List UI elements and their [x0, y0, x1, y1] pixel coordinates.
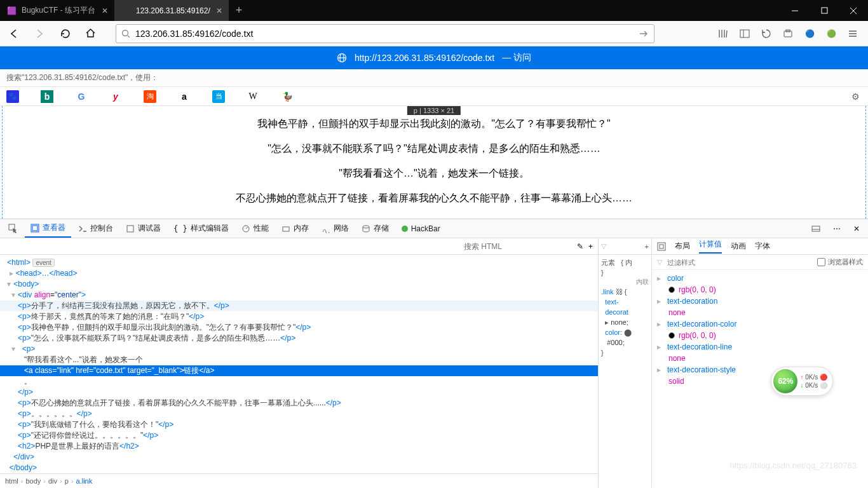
svg-rect-22 [283, 227, 289, 231]
tab-label: 123.206.31.85:49162/ [136, 6, 210, 15]
back-button[interactable] [4, 24, 24, 44]
engine-duckduckgo[interactable]: 🦆 [281, 90, 294, 103]
toolbar-right: 🔵 🟢 [717, 27, 864, 40]
tab-computed[interactable]: 计算值 [699, 239, 722, 254]
filter-icon[interactable]: ▽ [601, 242, 606, 250]
svg-rect-26 [658, 243, 665, 250]
engine-wikipedia[interactable]: W [247, 90, 259, 103]
devtools-close-button[interactable]: ✕ [848, 219, 865, 238]
svg-point-4 [123, 30, 128, 36]
sidebar-icon[interactable] [738, 27, 751, 40]
story-p3: "帮我看看这个…"说着，她发来一个链接。 [3, 167, 865, 180]
visit-url: http://123.206.31.85:49162/code.txt [355, 53, 494, 63]
add-rule-icon[interactable]: + [645, 243, 649, 250]
engine-amazon[interactable]: a [178, 90, 191, 103]
tab-hackbar[interactable]: HackBar [396, 219, 446, 238]
speed-rates: ↑ 0K/s 🔴 ↓ 0K/s ⚪ [800, 373, 827, 390]
html-tree[interactable]: <html> event ▸<head>…</head> ▾<body> ▾<d… [0, 255, 598, 473]
rules-pane: ▽ + 元素 { 内 } 内联 .link ⛓ { text- decorat … [599, 238, 652, 487]
engine-baidu[interactable]: 🐾 [6, 90, 19, 103]
html-pane: ✎ + <html> event ▸<head>…</head> ▾<body>… [0, 238, 599, 487]
tab-memory[interactable]: 内存 [276, 219, 315, 238]
tab-fonts[interactable]: 字体 [755, 241, 770, 252]
filter-input[interactable] [667, 259, 812, 266]
devtools: 查看器 控制台 调试器 { }样式编辑器 性能 内存 网络 存储 HackBar… [0, 219, 868, 487]
minimize-button[interactable] [780, 0, 810, 21]
browser-styles-checkbox[interactable]: 浏览器样式 [817, 257, 863, 267]
story-p2: "怎么，没事就不能联系了吗？"结尾处调皮表情，是多么的陌生和熟悉…… [3, 142, 865, 156]
svg-rect-1 [822, 8, 827, 13]
browser-tabs: 🟪 BugkuCTF - 练习平台 ✕ 123.206.31.85:49162/… [0, 0, 780, 21]
visit-action: — 访问 [502, 52, 531, 64]
globe-icon [337, 53, 347, 63]
computed-properties[interactable]: ▸color rgb(0, 0, 0) ▸text-decoration non… [652, 270, 868, 487]
menu-icon[interactable] [846, 27, 859, 40]
window-controls [780, 0, 868, 21]
tab-label: BugkuCTF - 练习平台 [22, 5, 95, 16]
computed-filter-row: ▽ 浏览器样式 [652, 255, 868, 270]
devtools-more-button[interactable]: ⋯ [827, 219, 846, 238]
computed-tabs: 布局 计算值 动画 字体 [652, 238, 868, 255]
search-engines-row: 🐾 b G y 淘 a 当 W 🦆 ⚙ [0, 87, 868, 106]
go-arrow-icon[interactable] [639, 29, 649, 39]
tab-storage[interactable]: 存储 [356, 219, 395, 238]
tab-console[interactable]: 控制台 [72, 219, 119, 238]
svg-line-21 [246, 227, 248, 229]
engine-yahoo[interactable]: y [109, 90, 122, 103]
edit-html-icon[interactable]: ✎ [577, 242, 583, 251]
url-input[interactable] [135, 29, 634, 39]
page-content: p | 1333 × 21 我神色平静，但颤抖的双手却显示出我此刻的激动。"怎么… [2, 106, 866, 219]
close-icon[interactable]: ✕ [102, 6, 108, 15]
home-button[interactable] [80, 24, 100, 44]
close-window-button[interactable] [839, 0, 868, 21]
toolbar: 🔵 🟢 [0, 21, 868, 46]
green-dot-icon[interactable]: 🟢 [825, 27, 837, 40]
tab-inspector[interactable]: 查看器 [25, 219, 71, 238]
html-search-input[interactable] [464, 242, 572, 251]
filter-icon: ▽ [657, 258, 662, 266]
add-node-icon[interactable]: + [588, 242, 593, 251]
new-tab-button[interactable]: + [229, 0, 249, 21]
tab-animations[interactable]: 动画 [731, 241, 746, 252]
story-p4: 不忍心拂她的意就点开了链接，看着屏幕我的心久久不能平静，往事一幕幕涌上心头…… [3, 192, 865, 205]
reload-button[interactable] [55, 24, 75, 44]
svg-point-23 [363, 226, 369, 228]
percentage-gauge: 62% [773, 369, 797, 393]
tab-network[interactable]: 网络 [316, 219, 355, 238]
tab-current[interactable]: 123.206.31.85:49162/ ✕ [114, 0, 229, 21]
breadcrumb[interactable]: html› body› div› p› a.link [0, 473, 598, 487]
close-icon[interactable]: ✕ [216, 6, 222, 15]
url-bar[interactable] [116, 24, 654, 43]
forward-button[interactable] [29, 24, 50, 44]
box-model-icon[interactable] [657, 242, 666, 251]
svg-rect-18 [32, 226, 37, 231]
profile-icon[interactable]: 🔵 [803, 27, 816, 40]
tab-style-editor[interactable]: { }样式编辑器 [168, 219, 234, 238]
svg-line-5 [128, 36, 130, 37]
visit-suggestion-bar[interactable]: http://123.206.31.85:49162/code.txt — 访问 [0, 46, 868, 69]
engine-dangdang[interactable]: 当 [212, 90, 225, 103]
devtools-tabs: 查看器 控制台 调试器 { }样式编辑器 性能 内存 网络 存储 HackBar… [0, 219, 868, 238]
tab-debugger[interactable]: 调试器 [120, 219, 166, 238]
screenshot-icon[interactable] [782, 27, 794, 40]
engine-google[interactable]: G [75, 90, 88, 103]
network-monitor-widget[interactable]: 62% ↑ 0K/s 🔴 ↓ 0K/s ⚪ [771, 367, 833, 396]
engine-bing[interactable]: b [41, 90, 53, 103]
svg-rect-19 [127, 226, 133, 232]
tab-layout[interactable]: 布局 [675, 241, 690, 252]
pick-element-button[interactable] [3, 219, 24, 238]
svg-rect-27 [660, 245, 663, 248]
element-dimensions-badge: p | 1333 × 21 [407, 106, 461, 115]
history-icon[interactable] [760, 27, 773, 40]
search-with-text: 搜索"123.206.31.85:49162/code.txt"，使用： [6, 72, 158, 83]
engine-taobao[interactable]: 淘 [144, 90, 156, 103]
gear-icon[interactable]: ⚙ [849, 90, 862, 103]
maximize-button[interactable] [810, 0, 839, 21]
story-p1: 我神色平静，但颤抖的双手却显示出我此刻的激动。"怎么了？有事要我帮忙？" [3, 118, 865, 131]
titlebar: 🟪 BugkuCTF - 练习平台 ✕ 123.206.31.85:49162/… [0, 0, 868, 21]
library-icon[interactable] [717, 27, 729, 40]
favicon-bugku: 🟪 [6, 6, 17, 16]
devtools-pane-button[interactable] [806, 219, 826, 238]
tab-bugku[interactable]: 🟪 BugkuCTF - 练习平台 ✕ [0, 0, 114, 21]
tab-performance[interactable]: 性能 [236, 219, 275, 238]
